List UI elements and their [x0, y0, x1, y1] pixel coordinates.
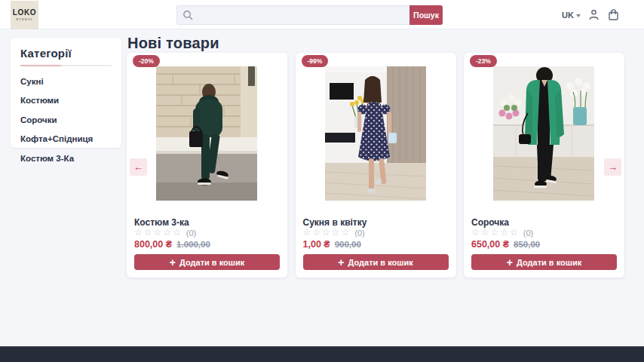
add-to-cart-button[interactable]: Додати в кошик — [471, 254, 617, 270]
discount-badge: -20% — [133, 55, 160, 67]
add-to-cart-button[interactable]: Додати в кошик — [134, 254, 280, 270]
arrow-right-icon — [608, 161, 618, 173]
rating: (0) — [303, 228, 365, 238]
current-price: 800,00 ₴ — [134, 239, 172, 250]
add-to-cart-button[interactable]: Додати в кошик — [303, 254, 449, 270]
plus-icon — [338, 257, 344, 268]
plus-icon — [170, 257, 176, 268]
header-actions: UK — [562, 0, 620, 29]
chevron-down-icon — [576, 14, 581, 17]
logo-subtitle: STUDIO — [16, 17, 32, 21]
language-selector[interactable]: UK — [562, 11, 581, 20]
old-price: 1.000,00 — [176, 240, 210, 249]
new-products-carousel: -20% — [127, 53, 624, 278]
user-icon[interactable] — [587, 8, 600, 21]
product-name[interactable]: Костюм 3-ка — [134, 217, 189, 228]
categories-panel: Категорії Сукні Костюми Сорочки Кофта+Сп… — [11, 38, 121, 148]
search-input[interactable] — [176, 5, 409, 25]
page-title: Нові товари — [127, 35, 219, 52]
logo[interactable]: LOKO STUDIO — [11, 1, 38, 29]
product-photo-street-suit — [156, 66, 257, 201]
search-button[interactable]: Пошук — [409, 5, 443, 25]
rating: (0) — [134, 228, 196, 238]
rating-count: (0) — [186, 229, 196, 238]
plus-icon — [507, 257, 513, 268]
logo-title: LOKO — [13, 9, 36, 17]
old-price: 900,00 — [335, 240, 361, 249]
star-icons — [303, 228, 351, 238]
discount-badge: -99% — [302, 55, 329, 67]
star-icons — [134, 228, 182, 238]
rating-count: (0) — [354, 229, 364, 238]
cart-icon[interactable] — [607, 8, 620, 21]
add-to-cart-label: Додати в кошик — [179, 258, 244, 267]
price-row: 650,00 ₴ 850,00 — [471, 239, 540, 250]
current-price: 1,00 ₴ — [303, 239, 330, 250]
carousel-prev-button[interactable] — [130, 158, 147, 176]
categories-divider — [20, 65, 112, 66]
sidebar-item-top-skirt[interactable]: Кофта+Спідниця — [20, 134, 112, 143]
product-card: -23% — [464, 53, 624, 278]
product-image[interactable] — [325, 66, 426, 201]
sidebar-item-suits[interactable]: Костюми — [20, 96, 112, 105]
header: LOKO STUDIO Пошук UK — [0, 0, 644, 29]
product-photo-green-shirt — [493, 66, 594, 201]
sidebar-item-shirts[interactable]: Сорочки — [20, 115, 112, 124]
product-card: -20% — [127, 53, 287, 278]
product-photo-polka-dress — [325, 66, 426, 201]
add-to-cart-label: Додати в кошик — [348, 258, 413, 267]
current-price: 650,00 ₴ — [471, 239, 509, 250]
language-label: UK — [562, 11, 574, 20]
star-icons — [471, 228, 520, 238]
carousel-next-button[interactable] — [604, 158, 621, 176]
price-row: 1,00 ₴ 900,00 — [303, 239, 361, 250]
old-price: 850,00 — [514, 240, 540, 249]
categories-title: Категорії — [20, 47, 112, 60]
product-card: -99% — [296, 53, 456, 278]
discount-badge: -23% — [470, 55, 497, 67]
footer — [0, 346, 644, 362]
arrow-left-icon — [133, 161, 143, 173]
sidebar-item-suit-3piece[interactable]: Костюм 3-Ка — [20, 154, 112, 163]
rating: (0) — [471, 228, 533, 238]
rating-count: (0) — [523, 229, 533, 238]
search-bar: Пошук — [176, 5, 443, 25]
add-to-cart-label: Додати в кошик — [517, 258, 581, 267]
product-name[interactable]: Сорочка — [471, 217, 509, 228]
price-row: 800,00 ₴ 1.000,00 — [134, 239, 210, 250]
product-image[interactable] — [493, 66, 594, 201]
product-image[interactable] — [156, 66, 257, 201]
sidebar-item-dresses[interactable]: Сукні — [20, 77, 112, 86]
product-name[interactable]: Сукня в квітку — [303, 217, 367, 228]
